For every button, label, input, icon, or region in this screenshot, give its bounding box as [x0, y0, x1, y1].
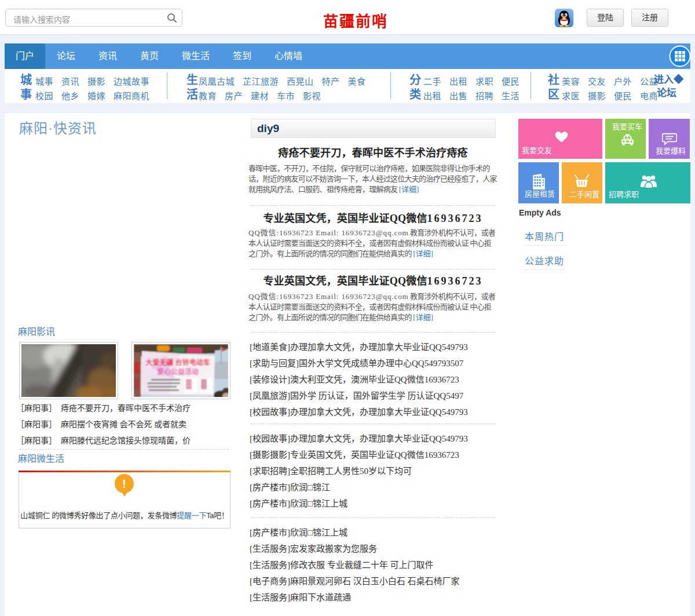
- svg-text:大爱无疆 台铃电动车: 大爱无疆 台铃电动车: [145, 358, 210, 367]
- svg-text:爱心公益活动: 爱心公益活动: [157, 367, 199, 376]
